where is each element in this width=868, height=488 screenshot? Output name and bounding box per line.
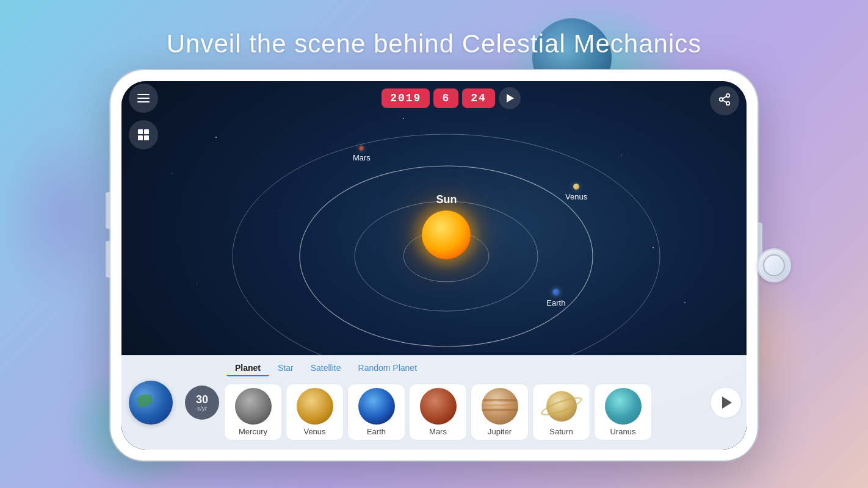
space-background: 2019 6 24	[121, 81, 747, 450]
tab-star[interactable]: Star	[269, 361, 302, 376]
menu-line-1	[137, 94, 150, 95]
planet-card-earth[interactable]: Earth	[347, 384, 405, 440]
venus-image	[297, 388, 333, 425]
venus-card-name: Venus	[303, 427, 325, 436]
menu-line-2	[137, 98, 150, 99]
sun[interactable]: Sun	[422, 210, 471, 259]
date-controls: 2019 6 24	[382, 87, 521, 109]
planet-card-jupiter[interactable]: Jupiter	[471, 384, 529, 440]
day-display[interactable]: 24	[462, 88, 495, 108]
uranus-name: Uranus	[610, 427, 636, 436]
volume-up-button[interactable]	[106, 192, 110, 229]
volume-down-button[interactable]	[106, 241, 110, 278]
solar-system-area: Sun Venus Mars Earth	[121, 118, 747, 352]
home-button[interactable]	[757, 248, 791, 282]
planet-card-uranus[interactable]: Uranus	[594, 384, 652, 440]
next-button[interactable]	[710, 387, 742, 418]
venus-dot	[573, 184, 579, 190]
play-button[interactable]	[499, 87, 521, 109]
share-icon	[718, 93, 731, 109]
phone-device: 2019 6 24	[110, 70, 758, 461]
venus-label: Venus	[565, 192, 587, 201]
mars-label: Mars	[353, 153, 371, 162]
bg-purple-shape	[0, 122, 122, 305]
svg-line-7	[723, 100, 726, 102]
page-title: Unveil the scene behind Celestial Mechan…	[0, 29, 868, 59]
earth-orbital-planet[interactable]: Earth	[546, 289, 565, 307]
uranus-image	[605, 388, 642, 425]
phone-body: 2019 6 24	[110, 70, 758, 461]
venus-planet[interactable]: Venus	[565, 184, 587, 201]
tab-row: Planet Star Satellite Random Planet	[224, 361, 705, 376]
planet-card-mercury[interactable]: Mercury	[224, 384, 282, 440]
mars-orbital-planet[interactable]: Mars	[353, 146, 371, 162]
mars-card-name: Mars	[429, 427, 447, 436]
mars-image	[420, 388, 457, 425]
mercury-name: Mercury	[239, 427, 267, 436]
planet-card-mars[interactable]: Mars	[409, 384, 467, 440]
sun-label: Sun	[436, 193, 457, 206]
menu-line-3	[137, 101, 150, 102]
mercury-image	[235, 388, 272, 425]
sun-body	[422, 210, 471, 259]
year-display[interactable]: 2019	[382, 88, 430, 108]
tab-random-planet[interactable]: Random Planet	[350, 361, 426, 376]
mars-dot	[359, 146, 364, 151]
jupiter-image	[482, 388, 518, 425]
planet-card-saturn[interactable]: Saturn	[532, 384, 590, 440]
bottom-panel: 30 s/yr Planet Star Satellite Random Pla…	[121, 355, 747, 450]
category-panel: Planet Star Satellite Random Planet Merc…	[224, 356, 710, 450]
globe-continent	[136, 392, 154, 408]
speed-button[interactable]: 30 s/yr	[185, 386, 219, 420]
speed-unit: s/yr	[197, 405, 207, 412]
app-screen: 2019 6 24	[121, 81, 747, 450]
earth-dot	[552, 289, 560, 296]
menu-icon	[137, 94, 150, 102]
jupiter-name: Jupiter	[488, 427, 512, 436]
svg-line-8	[723, 96, 726, 98]
saturn-wrapper	[543, 388, 580, 425]
planet-card-venus[interactable]: Venus	[286, 384, 344, 440]
saturn-name: Saturn	[549, 427, 573, 436]
tab-planet[interactable]: Planet	[226, 361, 269, 376]
month-display[interactable]: 6	[433, 88, 458, 108]
home-button-inner	[763, 254, 785, 276]
play-icon	[507, 94, 514, 102]
speed-number: 30	[196, 394, 208, 405]
top-bar: 2019 6 24	[121, 81, 747, 115]
next-arrow-icon	[722, 396, 732, 409]
globe-button[interactable]	[129, 381, 173, 425]
tab-satellite[interactable]: Satellite	[302, 361, 350, 376]
share-button[interactable]	[710, 86, 739, 115]
earth-label: Earth	[546, 298, 565, 307]
planets-list: Mercury Venus Earth	[224, 379, 705, 445]
earth-card-name: Earth	[367, 427, 386, 436]
menu-button[interactable]	[129, 84, 158, 113]
earth-image	[358, 388, 395, 425]
